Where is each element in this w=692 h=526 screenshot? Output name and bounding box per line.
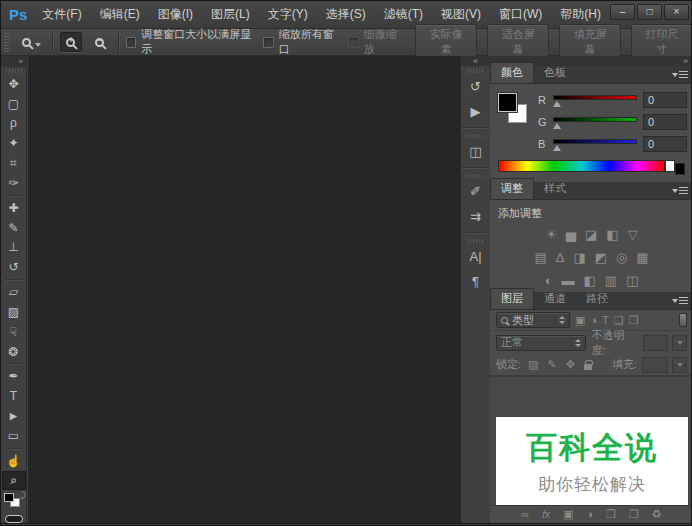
lasso-tool[interactable]: ρ (2, 113, 26, 133)
minimize-button[interactable]: – (610, 4, 635, 20)
new-group-icon[interactable]: ❒ (606, 509, 616, 520)
type-tool[interactable]: T (2, 386, 26, 406)
tab-channels[interactable]: 通道 (534, 289, 576, 309)
eyedropper-tool[interactable]: ✑ (2, 173, 26, 193)
zoom-all-windows-checkbox[interactable]: 缩放所有窗口 (263, 27, 341, 57)
mini-bridge-panel-button[interactable]: ◫ (463, 139, 489, 164)
lock-transparency-icon[interactable]: ▨ (528, 359, 538, 370)
toolbar-collapse-chevron[interactable]: » (1, 56, 26, 67)
dodge-tool[interactable]: ❂ (2, 342, 26, 362)
blend-mode-dropdown[interactable]: 正常 (496, 335, 586, 351)
curves-icon[interactable]: ◪ (585, 228, 597, 241)
character-panel-button[interactable]: A| (463, 244, 489, 269)
green-value-input[interactable] (643, 114, 687, 130)
filter-type-layers-icon[interactable]: T (602, 315, 609, 326)
close-button[interactable]: × (664, 4, 689, 20)
delete-layer-icon[interactable]: ♻ (652, 509, 662, 520)
history-panel-button[interactable]: ↺ (463, 74, 489, 99)
smudge-tool[interactable]: ☟ (2, 322, 26, 342)
swap-colors-icon[interactable]: ⤸ (21, 491, 26, 501)
color-balance-icon[interactable]: Δ (556, 251, 565, 264)
selective-color-icon[interactable]: ◫ (626, 274, 638, 287)
resize-windows-to-fit-checkbox[interactable]: 调整窗口大小以满屏显示 (126, 27, 256, 57)
menu-help[interactable]: 帮助(H) (559, 4, 602, 25)
clone-stamp-tool[interactable]: ⊥ (2, 237, 26, 257)
foreground-color-swatch[interactable] (498, 93, 517, 112)
photo-filter-icon[interactable]: ◩ (595, 251, 607, 264)
blue-value-input[interactable] (643, 136, 687, 152)
invert-icon[interactable]: ◐ (545, 274, 553, 287)
tab-swatches[interactable]: 色板 (534, 63, 576, 83)
layer-style-fx-icon[interactable]: fx (542, 510, 550, 520)
paragraph-panel-button[interactable]: ¶ (463, 269, 489, 294)
brush-panel-button[interactable]: ✐ (463, 179, 489, 204)
zoom-in-button[interactable]: + (60, 32, 82, 52)
color-lookup-icon[interactable]: ▦ (636, 251, 648, 264)
foreground-color-swatch[interactable] (4, 493, 14, 502)
blue-slider[interactable] (553, 138, 637, 150)
filter-smart-objects-icon[interactable]: ❐ (629, 315, 639, 326)
slider-thumb[interactable] (553, 145, 561, 151)
history-brush-tool[interactable]: ↺ (2, 257, 26, 277)
menu-filter[interactable]: 滤镜(T) (383, 4, 424, 25)
lock-paint-icon[interactable]: ✎ (547, 359, 556, 370)
black-white-icon[interactable]: ◨ (573, 251, 585, 264)
clone-source-panel-button[interactable]: ⇉ (463, 204, 489, 229)
new-layer-icon[interactable]: ❐ (629, 509, 639, 520)
layer-filter-type-dropdown[interactable]: 类型 (496, 312, 570, 328)
red-value-input[interactable] (643, 92, 687, 108)
red-slider[interactable] (553, 94, 637, 106)
tab-layers[interactable]: 图层 (490, 288, 534, 309)
dock-grip[interactable] (467, 134, 485, 138)
filter-adjustment-layers-icon[interactable]: ◑ (590, 315, 597, 326)
menu-select[interactable]: 选择(S) (325, 4, 367, 25)
menu-view[interactable]: 视图(V) (440, 4, 482, 25)
brightness-contrast-icon[interactable]: ☀ (545, 228, 557, 241)
maximize-button[interactable]: □ (637, 4, 662, 20)
canvas-area[interactable] (28, 56, 460, 523)
tab-styles[interactable]: 样式 (534, 179, 576, 199)
panel-menu-icon[interactable] (672, 186, 688, 196)
menu-image[interactable]: 图像(I) (157, 4, 194, 25)
black-swatch[interactable] (675, 163, 685, 175)
slider-thumb[interactable] (553, 123, 561, 129)
hand-tool[interactable]: ☝ (2, 451, 26, 471)
brush-tool[interactable]: ✎ (2, 218, 26, 238)
dock-expand-chevron[interactable]: « (461, 56, 490, 66)
vibrance-icon[interactable]: ▽ (628, 228, 638, 241)
white-swatch[interactable] (665, 160, 675, 172)
foreground-background-colors[interactable]: ⤸ (4, 493, 24, 510)
menu-file[interactable]: 文件(F) (41, 4, 82, 25)
magic-wand-tool[interactable]: ✦ (2, 133, 26, 153)
shape-tool[interactable]: ▭ (2, 426, 26, 446)
layer-list[interactable]: 百科全说 助你轻松解决 (490, 376, 692, 505)
crop-tool[interactable]: ⌗ (2, 153, 26, 173)
dock-grip[interactable] (467, 239, 485, 243)
quick-mask-button[interactable] (5, 515, 23, 523)
dock-grip[interactable] (467, 69, 485, 73)
options-bar-grip[interactable] (4, 33, 9, 52)
eraser-tool[interactable]: ▱ (2, 282, 26, 302)
green-slider[interactable] (553, 116, 637, 128)
tab-color[interactable]: 颜色 (490, 62, 534, 83)
actions-panel-button[interactable]: ▶ (463, 99, 489, 124)
link-layers-icon[interactable]: ∞ (521, 509, 529, 520)
toolbar-grip[interactable] (6, 69, 22, 73)
color-spectrum-ramp[interactable] (498, 160, 665, 172)
gradient-tool[interactable]: ▨ (2, 302, 26, 322)
gradient-map-icon[interactable]: ▥ (605, 274, 617, 287)
add-layer-mask-icon[interactable]: ▣ (563, 509, 573, 520)
zoom-tool-preset[interactable] (18, 34, 45, 50)
lock-move-icon[interactable]: ✥ (566, 359, 575, 370)
new-adjustment-layer-icon[interactable]: ◑ (586, 509, 593, 520)
layer-filter-toggle[interactable] (679, 313, 687, 327)
levels-icon[interactable]: ▅ (566, 228, 576, 241)
exposure-icon[interactable]: ◧ (606, 228, 618, 241)
tab-adjustments[interactable]: 调整 (490, 178, 534, 199)
panel-menu-icon[interactable] (672, 70, 688, 80)
posterize-icon[interactable]: ▬ (561, 274, 574, 287)
menu-type[interactable]: 文字(Y) (267, 4, 309, 25)
menu-edit[interactable]: 编辑(E) (99, 4, 141, 25)
filter-pixel-layers-icon[interactable]: ▣ (575, 315, 585, 326)
move-tool[interactable]: ✥ (2, 74, 26, 94)
